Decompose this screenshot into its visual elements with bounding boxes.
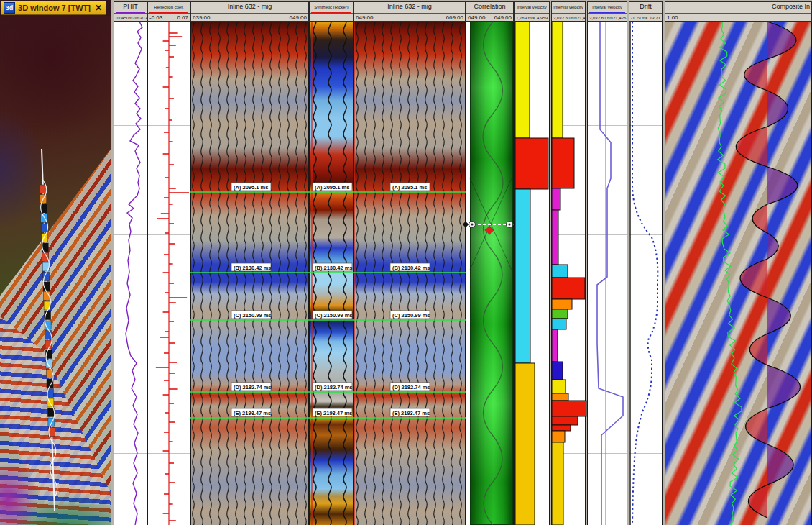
3d-cube-icon: 3d: [4, 2, 15, 14]
seismic-track-left[interactable]: [190, 22, 309, 525]
track-header-drift[interactable]: Drift -1.79 ms 13.71: [629, 1, 663, 22]
3d-viewport[interactable]: [0, 16, 111, 525]
track-header-reflectivity[interactable]: Reflection coef. -0.63 0.67: [147, 1, 190, 22]
scale-max: 21,426.99: [613, 16, 627, 20]
scale-min: -1.79 ms: [631, 16, 647, 20]
phit-log-track[interactable]: [114, 22, 147, 525]
track-title: Synthetic (Ricker): [310, 2, 353, 12]
interval-velocity-track-2[interactable]: [551, 22, 586, 525]
track-title: Reflection coef.: [148, 2, 190, 12]
scale-max: 13.71: [650, 16, 660, 20]
scale-min: 649.00: [356, 14, 373, 21]
track-title: Drift: [629, 2, 662, 12]
track-header-composite[interactable]: Composite In 1.00: [665, 1, 812, 22]
track-header-row: PHIT 0.0450 m3/m3 0.4400 Reflection coef…: [111, 0, 812, 22]
window-title: 3D window 7 [TWT]: [18, 4, 91, 12]
scale-min: 1.00: [667, 14, 678, 21]
track-header-interval-velocity-2[interactable]: Interval velocity 3,032.60 ft/s 21,426.9…: [551, 1, 586, 22]
scale-min: 3,032.60 ft/s: [553, 16, 577, 20]
3d-window-titlebar[interactable]: 3d 3D window 7 [TWT] ✕: [0, 0, 111, 16]
well-section-tracks: (A) 2095.1 ms(A) 2095.1 ms(A) 2095.1 ms(…: [111, 0, 812, 525]
composite-inline-track[interactable]: [665, 22, 812, 525]
well-tie-application: 3d 3D window 7 [TWT] ✕: [0, 0, 812, 525]
scale-unit: m3/m3: [129, 16, 142, 20]
seismic-track-right[interactable]: [354, 22, 466, 525]
reflectivity-track[interactable]: [147, 22, 190, 525]
track-title: Interval velocity: [552, 2, 585, 12]
correlation-track[interactable]: [466, 22, 514, 525]
track-title: Inline 632 - mig: [354, 2, 465, 12]
track-header-phit[interactable]: PHIT 0.0450 m3/m3 0.4400: [114, 1, 147, 22]
track-header-interval-velocity-1[interactable]: Interval velocity 1,769 m/s 4,959: [514, 1, 550, 22]
track-header-calibrated-velocity[interactable]: Interval velocity 3,032.60 ft/s 21,426.9…: [587, 1, 627, 22]
scale-max: 649.00: [290, 14, 307, 21]
scale-max: 4,959: [537, 16, 548, 20]
scale-min: 3,032.60 ft/s: [589, 16, 613, 20]
track-header-inline-left[interactable]: Inline 632 - mig 639.00 649.00: [190, 1, 309, 22]
3d-window-tab[interactable]: 3d 3D window 7 [TWT] ✕: [1, 1, 106, 15]
interval-velocity-track-1[interactable]: [514, 22, 550, 525]
calibrated-velocity-track[interactable]: [587, 22, 627, 525]
track-header-correlation[interactable]: Correlation 649.00 649.00: [466, 1, 514, 22]
track-title: Composite In: [665, 2, 811, 12]
scale-min: 1,769 m/s: [516, 16, 535, 20]
track-title: Correlation: [466, 2, 513, 12]
3d-window-panel[interactable]: 3d 3D window 7 [TWT] ✕: [0, 0, 111, 525]
scale-min: 0.0450: [116, 16, 129, 20]
scale-max: 0.4400: [142, 16, 147, 20]
scale-max: 21,426.99: [577, 16, 586, 20]
scale-min: 649.00: [468, 14, 485, 21]
scale-max: 649.00: [494, 14, 512, 21]
close-icon[interactable]: ✕: [93, 3, 103, 13]
track-header-inline-right[interactable]: Inline 632 - mig 649.00 669.00: [354, 1, 466, 22]
track-title: Interval velocity: [588, 2, 627, 12]
scale-min: 639.00: [193, 14, 210, 21]
track-header-synthetic[interactable]: Synthetic (Ricker): [309, 1, 354, 22]
correlation-panel[interactable]: [470, 22, 513, 525]
track-title: Inline 632 - mig: [191, 2, 308, 12]
scale-min: -0.63: [149, 14, 162, 21]
track-title: Interval velocity: [515, 2, 549, 12]
well-path-overlay: [0, 16, 111, 525]
drift-track[interactable]: [629, 22, 663, 525]
scale-max: 669.00: [446, 14, 463, 21]
scale-max: 0.67: [177, 14, 188, 21]
synthetic-seismogram-track[interactable]: [309, 22, 354, 525]
track-title: PHIT: [114, 2, 147, 12]
